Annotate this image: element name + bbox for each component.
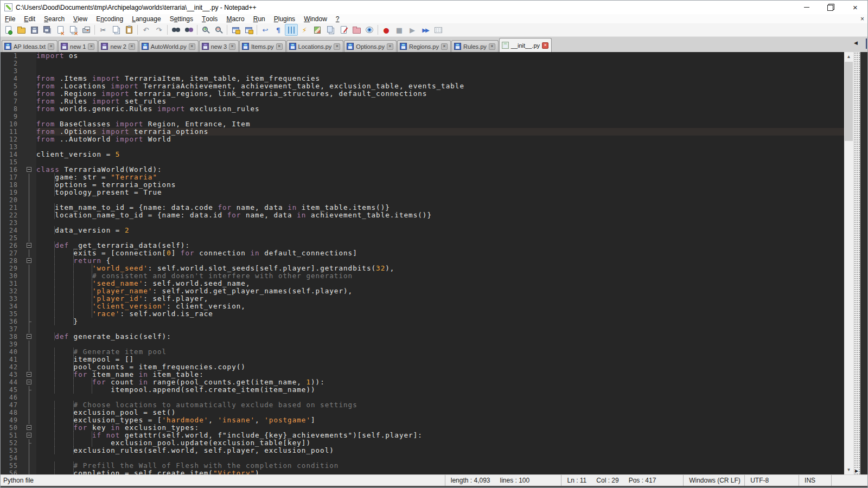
code-line[interactable]: 20 [1, 196, 844, 204]
code-line[interactable]: 34 'client_version': client_version, [1, 303, 844, 310]
line-number[interactable]: 20 [1, 196, 22, 204]
code-line[interactable]: 36 } [1, 318, 844, 325]
status-insert-mode[interactable]: INS [799, 475, 831, 486]
code-line[interactable]: 22 location_name_to_id = {name: data.id … [1, 211, 844, 219]
minimize-button[interactable] [794, 1, 819, 14]
line-number[interactable]: 14 [1, 151, 22, 158]
tab-close-icon[interactable]: × [129, 43, 135, 50]
line-number[interactable]: 54 [1, 454, 22, 462]
lightning-icon[interactable]: ⚡ [298, 24, 311, 36]
line-number[interactable]: 10 [1, 120, 22, 128]
line-number[interactable]: 6 [1, 90, 22, 98]
line-number[interactable]: 48 [1, 409, 22, 416]
code-line[interactable]: 7from .Rules import set_rules [1, 98, 844, 105]
line-number[interactable]: 29 [1, 265, 22, 272]
code-line[interactable]: 14client_version = 5 [1, 151, 844, 158]
line-number[interactable]: 19 [1, 189, 22, 196]
line-number[interactable]: 2 [1, 60, 22, 67]
code-line[interactable]: 49 exclusion_types = ['hardmode', 'insan… [1, 416, 844, 424]
view-splitter[interactable]: ▶ [853, 52, 860, 474]
code-line[interactable]: 17 game: str = "Terraria" [1, 174, 844, 181]
code-line[interactable]: 4from .Items import TerrariaItem, item_t… [1, 75, 844, 82]
undo-icon[interactable]: ↶ [139, 24, 152, 36]
scroll-up-icon[interactable]: ▲ [844, 52, 853, 61]
code-line[interactable]: 16class TerrariaWorld(World): [1, 166, 844, 174]
code-line[interactable]: 44 for count in range(pool_counts.get(it… [1, 378, 844, 386]
code-line[interactable]: 27 exits = [connection[0] for connection… [1, 249, 844, 257]
line-number[interactable]: 53 [1, 447, 22, 454]
scrollbar-track[interactable] [844, 61, 853, 465]
fold-collapse-icon[interactable] [27, 167, 31, 172]
tab-autoworld.py[interactable]: AutoWorld.py× [139, 40, 199, 52]
tab-close-icon[interactable]: × [189, 43, 195, 50]
tab-options.py[interactable]: Options.py× [344, 40, 397, 52]
fold-margin[interactable] [22, 166, 36, 174]
scroll-down-icon[interactable]: ▼ [844, 465, 853, 474]
code-line[interactable]: 54 [1, 454, 844, 462]
fold-margin[interactable] [22, 378, 36, 386]
line-number[interactable]: 25 [1, 234, 22, 242]
macro-stop-icon[interactable]: ■ [393, 24, 406, 36]
fold-collapse-icon[interactable] [27, 372, 31, 377]
code-line[interactable]: 12from ..AutoWorld import World [1, 136, 844, 143]
line-number[interactable]: 11 [1, 128, 22, 136]
fold-collapse-icon[interactable] [27, 433, 31, 438]
fold-collapse-icon[interactable] [27, 334, 31, 339]
document-map-icon[interactable] [311, 24, 324, 36]
tab-close-icon[interactable]: × [276, 43, 283, 50]
code-line[interactable]: 35 'race': self.world.is_race [1, 310, 844, 318]
tab-close-icon[interactable]: × [88, 43, 94, 50]
code-line[interactable]: 56 completion = self.create_item("Victor… [1, 470, 844, 474]
macro-play-icon[interactable]: ▶ [406, 24, 419, 36]
tab-new-1[interactable]: new 1× [58, 40, 98, 52]
fold-collapse-icon[interactable] [27, 243, 31, 248]
paste-icon[interactable] [123, 24, 136, 36]
zoom-in-icon[interactable] [199, 24, 212, 36]
menu-item-encoding[interactable]: Encoding [92, 14, 127, 23]
menu-item-tools[interactable]: Tools [197, 14, 222, 23]
code-line[interactable]: 45 itempool.append(self.create_item(item… [1, 386, 844, 394]
tab-locations.py[interactable]: Locations.py× [286, 40, 344, 52]
line-number[interactable]: 52 [1, 439, 22, 447]
code-line[interactable]: 33 'player_id': self.player, [1, 295, 844, 303]
line-number[interactable]: 36 [1, 318, 22, 325]
tab-new-2[interactable]: new 2× [98, 40, 138, 52]
scrollbar-thumb[interactable] [845, 62, 853, 141]
line-number[interactable]: 8 [1, 105, 22, 113]
fold-collapse-icon[interactable] [27, 425, 31, 430]
macro-save-icon[interactable] [432, 24, 445, 36]
line-number[interactable]: 18 [1, 181, 22, 189]
code-line[interactable]: 11from .Options import terraria_options [1, 128, 844, 136]
close-all-icon[interactable] [67, 24, 80, 36]
line-number[interactable]: 5 [1, 82, 22, 90]
code-line[interactable]: 8from worlds.generic.Rules import exclus… [1, 105, 844, 113]
macro-run-multiple-icon[interactable]: ▶▶ [419, 24, 432, 36]
line-number[interactable]: 7 [1, 98, 22, 105]
replace-icon[interactable] [182, 24, 195, 36]
code-line[interactable]: 26 def _get_terraria_data(self): [1, 242, 844, 249]
code-line[interactable]: 37 [1, 325, 844, 333]
restore-button[interactable] [819, 1, 843, 14]
tab-regions.py[interactable]: Regions.py× [397, 40, 451, 52]
fold-collapse-icon[interactable] [27, 258, 31, 263]
line-number[interactable]: 51 [1, 432, 22, 439]
code-line[interactable]: 46 [1, 394, 844, 401]
menu-item-search[interactable]: Search [40, 14, 69, 23]
tab-rules.py[interactable]: Rules.py× [451, 40, 499, 52]
line-number[interactable]: 15 [1, 158, 22, 166]
code-line[interactable]: 42 pool_counts = item_frequencies.copy() [1, 363, 844, 371]
save-all-icon[interactable] [41, 24, 54, 36]
menu-item-edit[interactable]: Edit [20, 14, 40, 23]
line-number[interactable]: 47 [1, 401, 22, 409]
close-button[interactable]: × [843, 1, 867, 14]
folder-workspace-icon[interactable] [350, 24, 363, 36]
line-number[interactable]: 39 [1, 341, 22, 348]
line-number[interactable]: 22 [1, 211, 22, 219]
status-eol-format[interactable]: Windows (CR LF) [683, 475, 744, 486]
menu-item-language[interactable]: Language [127, 14, 165, 23]
fold-margin[interactable] [22, 432, 36, 439]
line-number[interactable]: 42 [1, 363, 22, 371]
line-number[interactable]: 56 [1, 470, 22, 474]
code-line[interactable]: 40 # Generate item pool [1, 348, 844, 356]
code-line[interactable]: 48 exclusion_pool = set() [1, 409, 844, 416]
